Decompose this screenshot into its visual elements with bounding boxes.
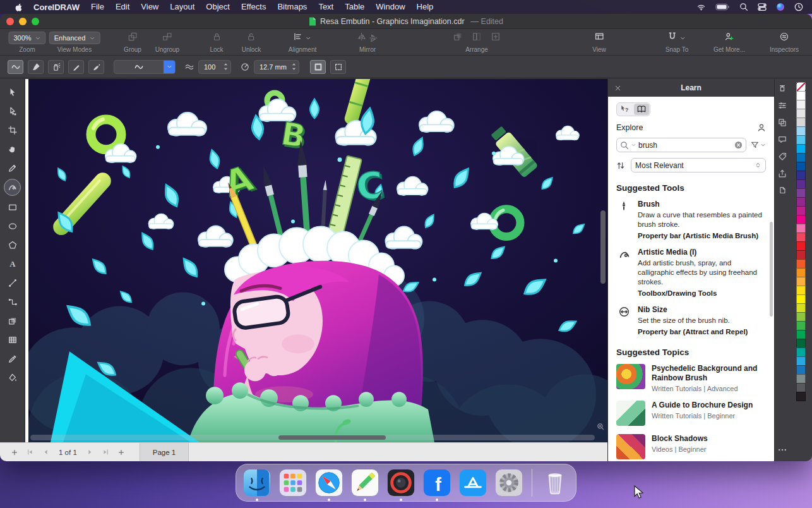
snap-to-button[interactable]: Snap To [666, 31, 689, 53]
no-color-swatch[interactable] [796, 82, 806, 92]
color-swatch[interactable] [796, 259, 806, 269]
border-toggle-button[interactable] [310, 60, 326, 74]
color-swatch[interactable] [796, 144, 806, 154]
arrange-group[interactable]: Arrange [453, 31, 500, 53]
siri-icon[interactable] [776, 3, 785, 11]
connector-tool[interactable] [4, 294, 21, 310]
menu-help[interactable]: Help [411, 0, 439, 14]
learn-tab[interactable] [634, 104, 649, 115]
color-swatch[interactable] [796, 118, 806, 127]
color-swatch[interactable] [796, 250, 806, 260]
last-page-button[interactable] [98, 449, 114, 456]
fill-tool[interactable] [4, 370, 21, 385]
suggested-topic-item[interactable]: Psychedelic Background and Rainbow Brush… [616, 364, 766, 392]
menu-layout[interactable]: Layout [164, 0, 200, 14]
docker-collapse-icon[interactable] [778, 84, 787, 93]
hints-tab[interactable]: ? [618, 104, 633, 115]
color-swatch[interactable] [796, 330, 806, 339]
sprayer-button[interactable] [48, 60, 64, 74]
eyedropper-tool[interactable] [4, 351, 21, 366]
mirror-button[interactable]: Mirror [357, 31, 378, 53]
search-icon[interactable] [739, 3, 748, 11]
zoom-corner-icon[interactable] [597, 422, 605, 433]
account-icon[interactable] [757, 123, 766, 132]
color-swatch[interactable] [796, 215, 806, 224]
color-swatch[interactable] [796, 286, 806, 295]
docker-layers-icon[interactable] [778, 118, 787, 127]
fullscreen-window-button[interactable] [32, 18, 39, 25]
stroke-width-input[interactable]: 12.7 mm [254, 60, 299, 74]
color-swatch[interactable] [796, 339, 806, 348]
battery-icon[interactable] [715, 3, 730, 11]
dock-launchpad-icon[interactable] [278, 468, 308, 498]
panel-scrollbar[interactable] [770, 222, 773, 317]
close-panel-icon[interactable] [614, 85, 621, 92]
dock-safari-icon[interactable] [314, 468, 344, 498]
menu-file[interactable]: File [85, 0, 110, 14]
wifi-icon[interactable] [696, 3, 706, 11]
line-tool[interactable] [4, 275, 21, 291]
add-page-after-button[interactable] [114, 449, 129, 456]
expression-button[interactable] [88, 60, 104, 74]
stepper-icon[interactable] [292, 63, 296, 71]
artistic-media-tool[interactable] [4, 179, 21, 196]
color-swatch[interactable] [796, 321, 806, 330]
stepper-icon[interactable] [224, 63, 228, 71]
color-swatch[interactable] [796, 233, 806, 242]
view-modes-control[interactable]: Enhanced View Modes [49, 31, 100, 53]
dock-finder-icon[interactable] [242, 468, 272, 498]
previous-page-button[interactable] [38, 449, 54, 456]
color-swatch[interactable] [796, 126, 806, 136]
get-more-button[interactable]: Get More... [713, 31, 745, 53]
color-swatch[interactable] [796, 135, 806, 145]
color-swatch[interactable] [796, 153, 806, 162]
title-bar[interactable]: Resa Embutin - Graphics Imagination.cdr … [0, 14, 812, 29]
brush-stroke-button[interactable] [28, 60, 44, 74]
suggested-tool-item[interactable]: Nib SizeSet the size of the brush nib.Pr… [616, 305, 766, 337]
color-swatch[interactable] [796, 162, 806, 171]
rectangle-tool[interactable] [4, 199, 21, 215]
ellipse-tool[interactable] [4, 218, 21, 234]
shadow-tool[interactable] [4, 313, 21, 329]
color-swatch[interactable] [796, 312, 806, 322]
clear-search-icon[interactable] [734, 141, 743, 149]
color-swatch[interactable] [796, 100, 806, 109]
shape-tool[interactable] [4, 103, 21, 119]
graph-paper-tool[interactable] [4, 332, 21, 348]
color-swatch[interactable] [796, 171, 806, 180]
suggested-topic-item[interactable]: Block ShadowsVideos | Beginner [616, 434, 766, 459]
ungroup-button[interactable]: Ungroup [155, 31, 179, 53]
color-swatch[interactable] [796, 365, 806, 375]
unlock-button[interactable]: Unlock [242, 31, 261, 53]
page-tab[interactable]: Page 1 [140, 443, 189, 462]
docker-sliders-icon[interactable] [778, 101, 787, 110]
dock-trash-icon[interactable] [540, 468, 570, 498]
pan-tool[interactable] [4, 141, 21, 157]
suggested-topic-item[interactable]: A Guide to Brochure DesignWritten Tutori… [616, 401, 766, 426]
color-swatch[interactable] [796, 224, 806, 233]
dock-pencil-app-icon[interactable] [350, 468, 380, 498]
freehand-tool[interactable] [4, 160, 21, 176]
menu-view[interactable]: View [135, 0, 164, 14]
color-swatch[interactable] [796, 277, 806, 286]
close-window-button[interactable] [6, 18, 14, 25]
calligraphic-button[interactable] [68, 60, 84, 74]
vertical-scrollbar[interactable] [600, 210, 606, 284]
view-button[interactable]: View [592, 31, 606, 53]
menu-object[interactable]: Object [200, 0, 236, 14]
dock-app-store-icon[interactable] [458, 468, 488, 498]
docker-comment-icon[interactable] [778, 135, 787, 144]
color-swatch[interactable] [796, 188, 806, 198]
sort-dropdown[interactable]: Most Relevant [631, 158, 766, 172]
dock-facebook-icon[interactable]: f [422, 468, 452, 498]
control-center-icon[interactable] [758, 3, 767, 11]
color-swatch[interactable] [796, 303, 806, 313]
horizontal-scrollbar[interactable] [30, 435, 595, 440]
preset-stroke-button[interactable] [8, 60, 23, 74]
menu-app-name[interactable]: CorelDRAW [28, 3, 85, 12]
color-swatch[interactable] [796, 241, 806, 251]
alignment-button[interactable]: Alignment [289, 31, 316, 53]
color-swatch[interactable] [796, 179, 806, 189]
menu-effects[interactable]: Effects [236, 0, 272, 14]
horizontal-scroll-thumb[interactable] [278, 435, 386, 440]
